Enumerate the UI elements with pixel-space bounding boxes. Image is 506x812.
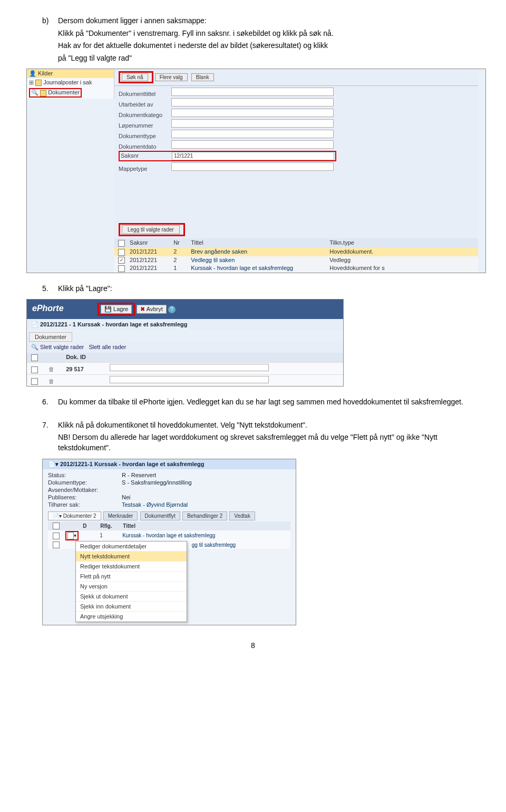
search-right-panel: Søk nå Flere valg Blank Dokumenttittel U… xyxy=(114,69,478,272)
menu-item[interactable]: Angre utsjekking xyxy=(76,612,187,622)
tab-merknader[interactable]: Merknader xyxy=(103,511,138,520)
col-header: Tittel xyxy=(191,239,328,246)
checkbox-all[interactable] xyxy=(118,240,125,247)
doc-row[interactable]: 🗑 xyxy=(27,374,343,386)
doc-title-input[interactable] xyxy=(110,376,269,383)
case-title: 📄 2012/1221 - 1 Kurssak - hvordan lage e… xyxy=(27,319,343,330)
cell: gg til saksfremlegg xyxy=(192,542,236,548)
tab-vedtak[interactable]: Vedtak xyxy=(229,511,255,520)
doc-row[interactable]: ▾ 1 Kurssak - hvordan lage et saksfremle… xyxy=(48,530,290,541)
blank-button[interactable]: Blank xyxy=(191,73,214,81)
saksnr-input[interactable]: 12/1221 xyxy=(172,152,334,160)
case-header-text: 2012/1221-1 Kurssak - hvordan lage et sa… xyxy=(60,461,204,467)
row-checkbox[interactable] xyxy=(118,249,125,256)
field-label: Dokumentdato xyxy=(119,143,171,150)
tree-panel: 👤 Kilder ⊞ Journalposter i sak 🔍 Dokumen… xyxy=(27,69,114,98)
step-text: Klikk nå på dokumentikonet til hoveddoku… xyxy=(58,421,307,429)
list-text-b: Dersom dokument ligger i annen saksmappe… xyxy=(58,16,207,25)
tree-row[interactable]: 🔍 Dokumenter xyxy=(27,87,114,98)
row-checkbox[interactable] xyxy=(118,257,125,264)
button-row: Søk nå Flere valg Blank xyxy=(114,69,478,86)
menu-item[interactable]: Rediger dokumentdetaljer xyxy=(76,542,187,552)
add-selected-button[interactable]: Legg til valgte rader xyxy=(122,225,180,234)
doc-row[interactable]: Rediger dokumentdetaljer Nytt tekstdokum… xyxy=(48,541,290,549)
row-checkbox[interactable] xyxy=(53,533,60,539)
brand-label: ePhorte xyxy=(32,304,64,313)
help-icon[interactable]: ? xyxy=(168,306,176,313)
col-header: Saksnr xyxy=(130,239,172,246)
app-header: ePhorte 💾 Lagre ✖ Avbryt ? xyxy=(27,299,343,319)
tab-dokumenter[interactable]: Dokumenter xyxy=(29,332,72,342)
save-button[interactable]: 💾 Lagre xyxy=(101,305,132,314)
result-row[interactable]: 2012/1221 1 Kurssak - hvordan lage et sa… xyxy=(114,264,478,273)
highlight-leggtil: Legg til valgte rader xyxy=(119,223,185,236)
menu-item-nytt-tekstdokument[interactable]: Nytt tekstdokument xyxy=(76,552,187,562)
delete-selected-link[interactable]: Slett valgte rader xyxy=(40,344,84,350)
more-button[interactable]: Flere valg xyxy=(155,73,188,81)
cell: Vedlegg til saken xyxy=(191,257,328,263)
row-checkbox[interactable] xyxy=(31,378,38,385)
highlight-soknaa: Søk nå xyxy=(119,71,153,83)
checkbox-all[interactable] xyxy=(31,354,38,361)
folder-icon xyxy=(40,90,46,96)
cell: Kurssak - hvordan lage et saksfremlegg xyxy=(191,265,328,271)
highlight-dokumenter: 🔍 Dokumenter xyxy=(29,88,82,97)
search-form: Dokumenttittel Utarbeidet av Dokumentkat… xyxy=(114,86,478,173)
field-input[interactable] xyxy=(171,88,334,96)
field-input[interactable] xyxy=(171,109,334,117)
case-header: 📄▾ 2012/1221-1 Kurssak - hvordan lage et… xyxy=(43,459,296,469)
highlight-lagre: 💾 Lagre xyxy=(98,303,135,316)
screenshot-docicon: 📄▾ 2012/1221-1 Kurssak - hvordan lage et… xyxy=(42,459,296,626)
checkbox-all[interactable] xyxy=(53,523,60,529)
tab-row: 📄▾ Dokumenter 2 Merknader Dokumentflyt B… xyxy=(48,511,290,520)
cell: Vedlegg xyxy=(329,257,435,263)
field-input[interactable] xyxy=(171,130,334,138)
step-6: 6. Du kommer da tilbake til ePhorte igje… xyxy=(58,397,480,408)
doc-table-header: D Rflg. Tittel xyxy=(48,521,290,531)
cell: 2012/1221 xyxy=(130,248,172,255)
menu-item[interactable]: Sjekk ut dokument xyxy=(76,592,187,602)
delete-all-link[interactable]: Slett alle rader xyxy=(89,344,126,350)
step-number: 5. xyxy=(42,284,48,294)
field-label: Dokumenttype: xyxy=(48,479,122,486)
cell: 2 xyxy=(173,248,189,255)
cancel-button[interactable]: ✖ Avbryt xyxy=(137,305,166,314)
tree-row[interactable]: ⊞ Journalposter i sak xyxy=(27,78,114,87)
expand-icon[interactable]: ⊞ xyxy=(29,79,34,85)
tab-dokumentflyt[interactable]: Dokumentflyt xyxy=(140,511,180,520)
menu-item[interactable]: Ny versjon xyxy=(76,582,187,592)
tree-header-label: Kilder xyxy=(38,70,53,76)
field-label: Avsender/Mottaker: xyxy=(48,487,122,493)
step-text: Du kommer da tilbake til ePhorte igjen. … xyxy=(58,398,463,406)
tab-behandlinger[interactable]: Behandlinger 2 xyxy=(182,511,227,520)
cell: 2012/1221 xyxy=(130,265,172,271)
doc-title-input[interactable] xyxy=(110,364,269,371)
menu-icon: 📄▾ xyxy=(53,513,62,519)
trash-icon[interactable]: 🗑 xyxy=(48,378,64,384)
save-icon: 💾 xyxy=(104,306,112,312)
menu-item[interactable]: Sjekk inn dokument xyxy=(76,602,187,612)
field-input[interactable] xyxy=(171,162,334,171)
search-now-button[interactable]: Søk nå xyxy=(122,73,148,81)
tab-dokumenter2[interactable]: 📄▾ Dokumenter 2 xyxy=(48,511,101,520)
result-row[interactable]: 2012/1221 2 Vedlegg til saken Vedlegg xyxy=(114,256,478,265)
field-input[interactable] xyxy=(171,119,334,128)
field-input[interactable] xyxy=(171,140,334,149)
trash-icon[interactable]: 🗑 xyxy=(48,366,64,372)
form-gap xyxy=(114,173,478,221)
document-icon[interactable] xyxy=(67,532,74,539)
menu-item[interactable]: Rediger tekstdokument xyxy=(76,562,187,572)
row-checkbox[interactable] xyxy=(31,366,38,373)
doc-row[interactable]: 🗑 29 517 xyxy=(27,362,343,374)
screenshot-lagre: ePhorte 💾 Lagre ✖ Avbryt ? 📄 2012/1221 -… xyxy=(26,299,344,386)
screenshot-search: 👤 Kilder ⊞ Journalposter i sak 🔍 Dokumen… xyxy=(26,69,486,273)
menu-item[interactable]: Flett på nytt xyxy=(76,572,187,582)
result-header: Saksnr Nr Tittel Tilkn.type xyxy=(114,238,478,248)
row-checkbox[interactable] xyxy=(53,542,60,548)
field-label: Publiseres: xyxy=(48,494,122,500)
row-checkbox[interactable] xyxy=(118,265,125,272)
field-input[interactable] xyxy=(171,98,334,107)
result-row[interactable]: 2012/1221 2 Brev angående saken Hoveddok… xyxy=(114,248,478,256)
field-value[interactable]: Testsak - Øyvind Bjørndal xyxy=(122,501,188,508)
tree-header: 👤 Kilder xyxy=(27,69,114,78)
